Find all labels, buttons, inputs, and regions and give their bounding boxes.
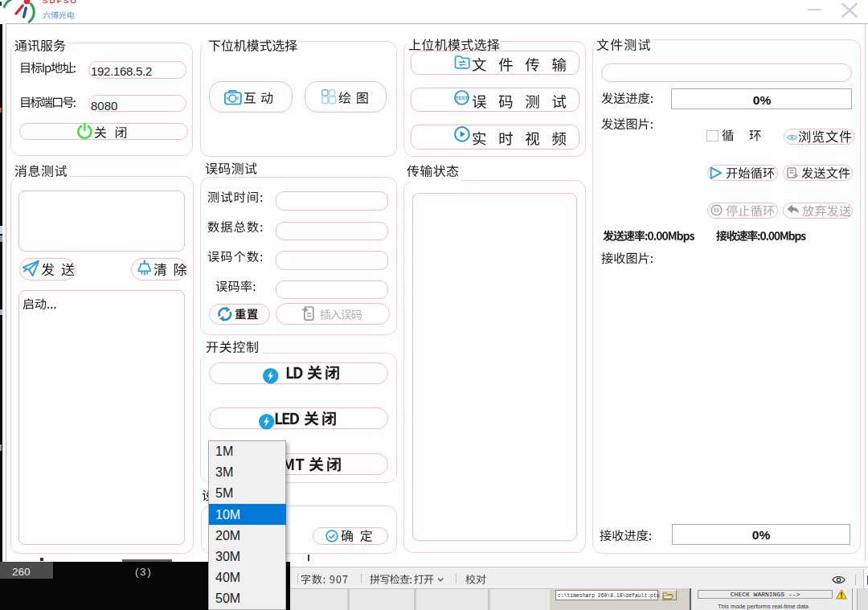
svg-text:50M: 50M xyxy=(215,592,240,605)
svg-text:30M: 30M xyxy=(215,550,240,563)
svg-text:c:\timesharp 260\8.18\default.: c:\timesharp 260\8.18\default.ptu xyxy=(558,593,660,599)
svg-text:This mode performs real-time d: This mode performs real-time data xyxy=(718,604,809,610)
svg-text:0%: 0% xyxy=(753,93,772,107)
svg-text:5M: 5M xyxy=(215,486,233,500)
svg-text:1M: 1M xyxy=(215,444,233,458)
svg-text:CHECK WARNINGS -->: CHECK WARNINGS --> xyxy=(731,591,800,598)
svg-text:3M: 3M xyxy=(215,465,233,479)
svg-text:40M: 40M xyxy=(215,571,240,584)
svg-text:TEST: TEST xyxy=(456,96,469,100)
svg-text:192.168.5.2: 192.168.5.2 xyxy=(91,63,152,77)
svg-text:SDFSO: SDFSO xyxy=(43,0,78,5)
svg-text:8080: 8080 xyxy=(91,98,117,112)
svg-text:20M: 20M xyxy=(215,529,240,542)
svg-text:10M: 10M xyxy=(215,508,240,522)
svg-text:(3): (3) xyxy=(135,565,152,577)
svg-text:260: 260 xyxy=(12,565,31,577)
svg-text:0%: 0% xyxy=(752,528,771,542)
